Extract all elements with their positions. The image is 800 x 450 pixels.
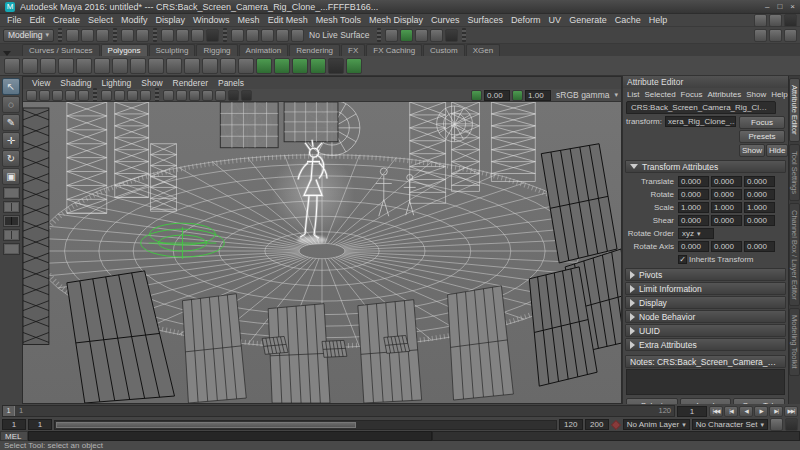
menu-mesh-display[interactable]: Mesh Display — [365, 15, 427, 25]
shelf-icon-poly-cube[interactable] — [22, 58, 38, 74]
shelf-icon-poly-gear[interactable] — [202, 58, 218, 74]
menu-windows[interactable]: Windows — [189, 15, 234, 25]
camera-attributes-icon[interactable] — [52, 90, 63, 101]
shelf-tab-fx-caching[interactable]: FX Caching — [366, 44, 422, 56]
play-forwards-button[interactable]: ▶ — [754, 406, 768, 417]
command-line-input[interactable] — [28, 431, 432, 441]
menu-deform[interactable]: Deform — [507, 15, 545, 25]
selection-mask-icon[interactable] — [206, 29, 219, 42]
ambient-occlusion-icon[interactable] — [228, 90, 239, 101]
ae-menu-attributes[interactable]: Attributes — [705, 90, 743, 99]
show-button[interactable]: Show — [739, 144, 765, 157]
step-forward-button[interactable]: ▶| — [769, 406, 783, 417]
notes-field[interactable] — [626, 369, 785, 395]
paint-select-tool-button[interactable]: ✎ — [2, 114, 20, 131]
select-component-icon[interactable] — [191, 29, 204, 42]
scale-x-field[interactable]: 1.000 — [678, 202, 709, 213]
textured-mode-icon[interactable] — [189, 90, 200, 101]
current-time-field[interactable]: 1 — [677, 406, 707, 417]
range-slider[interactable] — [54, 420, 557, 430]
shadows-icon[interactable] — [215, 90, 226, 101]
shelf-tab-polygons[interactable]: Polygons — [101, 44, 148, 56]
auto-keyframe-icon[interactable] — [770, 418, 783, 431]
save-scene-icon[interactable] — [96, 29, 109, 42]
tool-settings-toggle-icon[interactable] — [769, 29, 782, 42]
snap-grid-icon[interactable] — [231, 29, 244, 42]
shelf-icon-poly-cylinder[interactable] — [40, 58, 56, 74]
shelf-tab-custom[interactable]: Custom — [423, 44, 465, 56]
shelf-icon-poly-cone[interactable] — [58, 58, 74, 74]
layout-four-pane-button[interactable] — [3, 215, 20, 227]
layout-two-pane-button[interactable] — [3, 201, 20, 213]
snap-plane-icon[interactable] — [276, 29, 289, 42]
shelf-tab-sculpting[interactable]: Sculpting — [149, 44, 196, 56]
shelf-icon-poly-helix[interactable] — [184, 58, 200, 74]
scale-z-field[interactable]: 1.000 — [744, 202, 775, 213]
shelf-icon-combine[interactable] — [256, 58, 272, 74]
channel-box-toggle-icon[interactable] — [784, 29, 797, 42]
lasso-tool-button[interactable]: ◌ — [2, 96, 20, 113]
live-surface-label[interactable]: No Live Surface — [306, 30, 372, 40]
rotate-axis-y-field[interactable]: 0.000 — [711, 241, 742, 252]
colorspace-selector[interactable]: sRGB gamma — [553, 90, 612, 100]
open-render-view-icon[interactable] — [400, 29, 413, 42]
grid-toggle-icon[interactable] — [101, 90, 112, 101]
menu-uv[interactable]: UV — [545, 15, 566, 25]
shelf-tab-xgen[interactable]: XGen — [466, 44, 500, 56]
shelf-icon-poly-plane[interactable] — [94, 58, 110, 74]
bookmarks-icon[interactable] — [65, 90, 76, 101]
animation-end-field[interactable]: 200 — [585, 419, 609, 430]
translate-z-field[interactable]: 0.000 — [744, 176, 775, 187]
playback-start-field[interactable]: 1 — [28, 419, 52, 430]
menu-modify[interactable]: Modify — [117, 15, 152, 25]
range-slider-bar[interactable] — [56, 422, 356, 428]
animation-start-field[interactable]: 1 — [2, 419, 26, 430]
menu-display[interactable]: Display — [152, 15, 190, 25]
hide-button[interactable]: Hide — [766, 144, 788, 157]
status-divider[interactable] — [113, 28, 117, 42]
make-live-icon[interactable] — [291, 29, 304, 42]
shelf-icon-poly-torus[interactable] — [76, 58, 92, 74]
status-divider[interactable] — [223, 28, 227, 42]
status-divider[interactable] — [58, 28, 62, 42]
shelf-tab-fx[interactable]: FX — [341, 44, 365, 56]
section-node-behavior[interactable]: Node Behavior — [625, 310, 786, 323]
shelf-icon-platonic-solid[interactable] — [130, 58, 146, 74]
menu-curves[interactable]: Curves — [427, 15, 464, 25]
menuset-selector[interactable]: Modeling▾ — [3, 29, 54, 42]
focus-button[interactable]: Focus — [739, 116, 785, 129]
panel-menu-lighting[interactable]: Lighting — [96, 78, 136, 88]
current-time-indicator[interactable]: 1 — [3, 406, 15, 416]
play-backwards-button[interactable]: ◀ — [739, 406, 753, 417]
shelf-icon-separate[interactable] — [274, 58, 290, 74]
menu-edit-mesh[interactable]: Edit Mesh — [264, 15, 312, 25]
menu-file[interactable]: File — [3, 15, 26, 25]
use-lights-icon[interactable] — [202, 90, 213, 101]
minimize-button[interactable]: – — [765, 2, 769, 11]
close-button[interactable]: × — [790, 2, 795, 11]
shelf-icon-soccer-ball[interactable] — [220, 58, 236, 74]
construction-history-icon[interactable] — [385, 29, 398, 42]
viewport-canvas[interactable] — [23, 102, 621, 403]
redo-icon[interactable] — [136, 29, 149, 42]
shelf-tab-curves-surfaces[interactable]: Curves / Surfaces — [22, 44, 100, 56]
shelf-tab-animation[interactable]: Animation — [239, 44, 289, 56]
maximize-button[interactable]: □ — [777, 2, 782, 11]
node-tab[interactable]: CRS:Back_Screen_Camera_Rig_Clone_...FFFF… — [626, 101, 776, 114]
scale-y-field[interactable]: 1.000 — [711, 202, 742, 213]
section-pivots[interactable]: Pivots — [625, 268, 786, 281]
outliner-toggle-icon[interactable] — [784, 14, 797, 27]
character-set-dropdown[interactable]: No Character Set ▾ — [692, 419, 768, 430]
select-camera-icon[interactable] — [26, 90, 37, 101]
film-gate-icon[interactable] — [114, 90, 125, 101]
snap-curve-icon[interactable] — [246, 29, 259, 42]
ipr-render-icon[interactable] — [430, 29, 443, 42]
wireframe-scene[interactable] — [23, 102, 621, 403]
image-plane-icon[interactable] — [78, 90, 89, 101]
shelf-icon-poly-pipe[interactable] — [166, 58, 182, 74]
menu-help[interactable]: Help — [645, 15, 672, 25]
undo-icon[interactable] — [121, 29, 134, 42]
rotate-tool-button[interactable]: ↻ — [2, 150, 20, 167]
go-to-end-button[interactable]: ▶▶| — [784, 406, 798, 417]
shelf-tab-rigging[interactable]: Rigging — [196, 44, 237, 56]
